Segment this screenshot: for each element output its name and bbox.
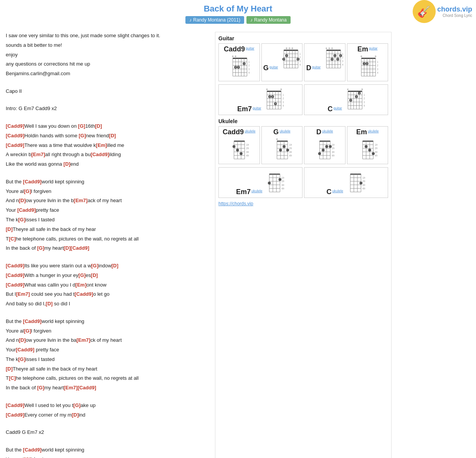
chord-d[interactable]: [D] — [63, 161, 70, 167]
chord-cadd9[interactable]: [Cadd9] — [78, 385, 96, 390]
chord-g[interactable]: [G] — [37, 245, 45, 251]
chord-g[interactable]: [G] — [91, 263, 99, 269]
chord-g[interactable]: [G] — [18, 217, 26, 222]
chord-cadd9[interactable]: [Cadd9] — [74, 291, 93, 297]
chord-d[interactable]: [D] — [72, 412, 79, 418]
chord-g[interactable]: [G] — [24, 456, 31, 458]
svg-text:2fr: 2fr — [332, 147, 335, 150]
guitar-chords-row2: Em7guitar o o — [218, 84, 388, 115]
svg-text:3fr: 3fr — [342, 60, 343, 63]
chord-d[interactable]: [D] — [19, 337, 26, 343]
svg-text:4fr: 4fr — [299, 63, 301, 66]
svg-text:2: 2 — [364, 63, 365, 65]
chord-d[interactable]: [D] — [6, 226, 13, 232]
chord-d[interactable]: [D] — [111, 263, 118, 269]
chord-d[interactable]: [D] — [46, 301, 53, 306]
c-ukulele-diagram: 1fr 2fr 3fr 4fr — [345, 169, 366, 194]
chord-cadd9[interactable]: [Cadd9] — [6, 123, 24, 129]
chord-g[interactable]: [G] — [79, 133, 86, 138]
chord-cadd9[interactable]: [Cadd9] — [91, 152, 109, 157]
chord-cadd9[interactable]: [Cadd9] — [6, 282, 24, 288]
svg-point-156 — [233, 145, 235, 148]
chord-em7[interactable]: [Em7] — [74, 198, 88, 203]
chord-g[interactable]: [G] — [78, 272, 86, 278]
chord-d[interactable]: [D] — [64, 245, 71, 251]
svg-text:2: 2 — [340, 55, 341, 57]
svg-text:2fr: 2fr — [375, 147, 378, 150]
svg-text:4: 4 — [332, 58, 333, 60]
chord-g[interactable]: [G] — [73, 402, 81, 408]
chord-d[interactable]: [D] — [109, 133, 116, 138]
svg-text:o: o — [286, 47, 288, 49]
svg-text:4fr: 4fr — [375, 154, 378, 157]
chord-em[interactable]: [Em] — [96, 142, 107, 148]
svg-text:3fr: 3fr — [248, 68, 250, 71]
chord-em7[interactable]: [Em7] — [16, 291, 30, 297]
svg-point-175 — [286, 149, 289, 152]
chords-panel-url[interactable]: https://chords.vip — [218, 201, 388, 206]
intro-line3: enjoy — [6, 51, 209, 59]
svg-text:4fr: 4fr — [362, 187, 365, 190]
svg-text:2fr: 2fr — [362, 180, 365, 183]
svg-text:o: o — [289, 47, 290, 49]
artist-badge[interactable]: ♪ Randy Montana — [246, 16, 291, 24]
chord-d[interactable]: [D] — [19, 198, 26, 203]
chord-cadd9[interactable]: [Cadd9] — [71, 245, 89, 251]
svg-text:o: o — [361, 88, 363, 91]
chord-d[interactable]: [D] — [91, 272, 98, 278]
chord-cadd9[interactable]: [Cadd9] — [16, 347, 34, 353]
logo: 🎸 chords.vip Chord Song Lyric — [413, 0, 472, 23]
g-ukulele-diagram: o 1fr 2fr 3fr 4fr — [271, 136, 293, 161]
chord-cadd9[interactable]: [Cadd9] — [6, 142, 24, 148]
chord-box-em-guitar: Emguitar o o — [347, 43, 388, 81]
chord-em7[interactable]: [Em7] — [64, 385, 78, 390]
d-ukulele-diagram: 1fr 2fr 3fr 4fr — [314, 136, 335, 161]
chord-cadd9[interactable]: [Cadd9] — [6, 402, 24, 408]
svg-text:4fr: 4fr — [283, 104, 284, 107]
svg-text:3fr: 3fr — [299, 60, 301, 63]
svg-text:4fr: 4fr — [364, 104, 365, 107]
svg-text:2fr: 2fr — [364, 97, 365, 100]
chord-cadd9[interactable]: [Cadd9] — [6, 133, 24, 138]
chord-em[interactable]: [Em] — [75, 282, 86, 288]
chord-d[interactable]: [D] — [6, 366, 13, 372]
chord-cadd9[interactable]: [Cadd9] — [23, 447, 41, 453]
chord-d[interactable]: [D] — [95, 123, 102, 129]
lyric-line: In the back of [G]my heart[Em7][Cadd9] — [6, 384, 209, 392]
logo-image: 🎸 — [413, 0, 436, 23]
chord-cadd9[interactable]: [Cadd9] — [23, 318, 41, 324]
lyric-line: The k[G]isses I tasted — [6, 356, 209, 364]
svg-text:2: 2 — [235, 66, 236, 68]
chord-cadd9[interactable]: [Cadd9] — [17, 207, 36, 213]
svg-point-192 — [329, 145, 332, 148]
chord-g[interactable]: [G] — [24, 328, 31, 334]
chord-cadd9[interactable]: [Cadd9] — [6, 412, 24, 418]
artist-icon: ♪ — [250, 17, 253, 23]
lyric-line: [Cadd9]With a hunger in your ey[G]es[D] — [6, 272, 209, 280]
svg-text:3fr: 3fr — [283, 101, 284, 104]
svg-text:3: 3 — [350, 99, 351, 101]
chord-cadd9[interactable]: [Cadd9] — [6, 263, 24, 269]
chord-g[interactable]: [G] — [37, 385, 45, 390]
chord-g[interactable]: [G] — [18, 356, 26, 362]
svg-text:2fr: 2fr — [377, 64, 378, 67]
chord-em7[interactable]: [Em7] — [76, 337, 90, 343]
chord-cadd9[interactable]: [Cadd9] — [23, 179, 41, 185]
chord-c[interactable]: [C] — [9, 375, 16, 381]
intro-line4: any questions or corrections hit me up — [6, 60, 209, 68]
year-badge[interactable]: ♪ Randy Montana (2011) — [185, 16, 244, 24]
lyric-line: Your [Cadd9]pretty face — [6, 206, 209, 214]
page-header: Back of My Heart ♪ Randy Montana (2011) … — [0, 0, 476, 28]
chord-c[interactable]: [C] — [9, 236, 16, 242]
guitar-label: Guitar — [218, 35, 388, 41]
svg-text:2: 2 — [269, 96, 270, 98]
svg-text:o: o — [266, 88, 268, 91]
chord-g[interactable]: [G] — [78, 123, 85, 129]
svg-point-158 — [240, 152, 243, 155]
chord-em7[interactable]: [Em7] — [31, 152, 45, 157]
chord-g[interactable]: [G] — [24, 188, 31, 194]
svg-text:3fr: 3fr — [364, 101, 365, 104]
year-icon: ♪ — [189, 17, 192, 23]
chord-cadd9[interactable]: [Cadd9] — [6, 272, 24, 278]
lyric-line: Youre al[G]l forgiven — [6, 327, 209, 335]
